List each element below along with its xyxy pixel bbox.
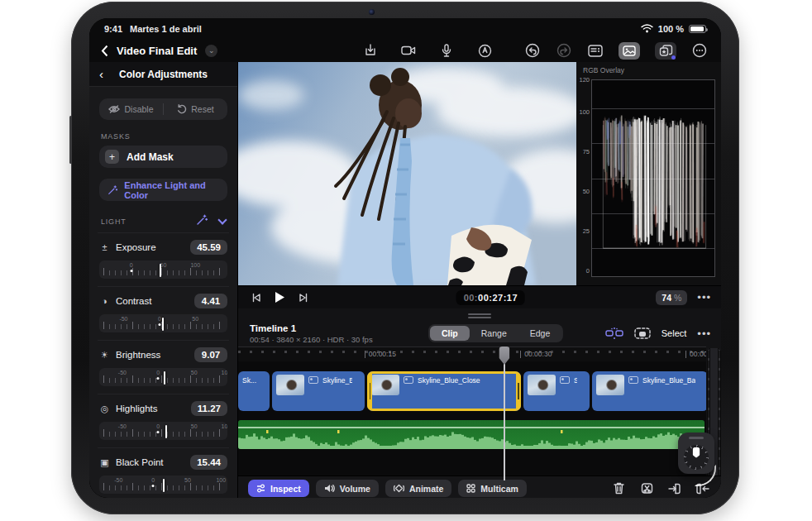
audio-track[interactable]: [238, 420, 705, 449]
inspect-icon: [256, 484, 265, 493]
wifi-icon: [641, 24, 653, 33]
value-marker[interactable]: [165, 425, 167, 438]
jog-wheel[interactable]: [678, 433, 714, 474]
slider-ruler[interactable]: -50050: [99, 314, 227, 332]
scope-title: RGB Overlay: [583, 66, 624, 74]
media-icon[interactable]: [619, 42, 640, 60]
pencil-icon[interactable]: [476, 42, 493, 59]
volume-button-tool[interactable]: Volume: [316, 480, 379, 497]
timeline-clip[interactable]: Skyline_Blue_Backgroun: [592, 371, 706, 411]
undo-icon[interactable]: [524, 42, 541, 59]
slider-ruler[interactable]: -50050100: [99, 422, 227, 440]
trim-handle-right[interactable]: [518, 383, 519, 399]
ruler-tick-label: -50: [118, 370, 127, 375]
light-sliders: ± Exposure 45.59 050100: [98, 232, 229, 498]
collapse-chevron-icon[interactable]: [217, 215, 227, 224]
timeline-clip[interactable]: Skyline_Blue_Close: [367, 371, 521, 411]
enhance-light-color-button[interactable]: Enhance Light and Color: [99, 179, 227, 201]
browser-icon[interactable]: [587, 42, 604, 59]
clip-name: Skyline_Blue_Wide: [322, 376, 352, 385]
trash-icon[interactable]: [610, 480, 627, 497]
viewer-more-icon[interactable]: •••: [697, 291, 711, 304]
jog-handle-bar[interactable]: [689, 437, 704, 439]
clip-name: Sk...: [242, 376, 256, 385]
more-icon[interactable]: [691, 42, 708, 59]
ruler-tick-label: 100: [190, 262, 200, 268]
tools-icon[interactable]: [634, 327, 651, 340]
panel-back-icon[interactable]: ‹: [99, 67, 116, 81]
play-icon[interactable]: [275, 291, 285, 304]
slider-value-field[interactable]: 45.59: [190, 240, 227, 255]
page: 9:41 Martes 1 de abril 100 %: [0, 0, 812, 521]
insert-icon[interactable]: [666, 480, 683, 497]
add-mask-button[interactable]: + Add Mask: [99, 146, 227, 168]
light-wand-icon[interactable]: [196, 214, 208, 229]
ruler-tick-label: 50: [184, 477, 191, 483]
blade-icon[interactable]: [638, 480, 655, 497]
status-bar: 9:41 Martes 1 de abril 100 %: [89, 18, 721, 39]
zoom-level[interactable]: 74%: [656, 290, 687, 305]
microphone-icon[interactable]: [438, 42, 455, 59]
volume-button: [69, 116, 72, 164]
scope-plot: [591, 79, 715, 277]
skip-forward-icon[interactable]: [299, 293, 308, 303]
slider-ruler[interactable]: -50050100: [99, 476, 227, 494]
animate-button[interactable]: Animate: [385, 480, 451, 497]
video-preview[interactable]: [238, 62, 576, 285]
masks-section-label: MASKS: [101, 132, 226, 141]
timeline-clip[interactable]: Skyline_Blue_Wide: [272, 371, 365, 411]
panel-drag-handle[interactable]: [468, 313, 491, 315]
camera-icon[interactable]: [400, 42, 417, 59]
snapping-icon[interactable]: [605, 327, 623, 340]
clip-thumbnail: [371, 375, 399, 395]
ruler-tick-label: 0: [158, 316, 161, 322]
slider-ruler[interactable]: -50050100: [99, 368, 227, 386]
value-marker[interactable]: [162, 318, 164, 331]
reset-button[interactable]: Reset: [164, 104, 227, 114]
import-icon[interactable]: [362, 42, 379, 59]
back-icon[interactable]: [101, 45, 108, 57]
value-marker[interactable]: [160, 264, 161, 277]
slider-block: ± Exposure 45.59 050100: [98, 232, 229, 286]
redo-icon[interactable]: [556, 42, 572, 59]
clip-name: Skyline_Blue_Backgroun: [642, 376, 695, 385]
slider-value-field[interactable]: 15.44: [190, 455, 227, 470]
clip-thumbnail: [528, 375, 556, 395]
slider-value-field[interactable]: 4.41: [194, 294, 227, 308]
project-title[interactable]: Video Final Edit: [117, 45, 197, 57]
trim-handle-left[interactable]: [370, 383, 371, 399]
rgb-overlay-scope: RGB Overlay 1201007550250-20: [576, 62, 721, 285]
timecode-display[interactable]: 00:00:27:17: [456, 290, 525, 305]
select-tool-label[interactable]: Select: [662, 328, 687, 338]
slider-icon: ▣: [99, 457, 110, 468]
slider-value-field[interactable]: 9.07: [194, 347, 227, 362]
inspect-button[interactable]: Inspect: [248, 480, 309, 497]
mode-option[interactable]: Clip: [430, 326, 470, 341]
title-chevron-icon[interactable]: ⌄: [205, 45, 217, 57]
ruler-tick-label: 0: [156, 423, 160, 429]
eye-slash-icon: [108, 105, 120, 113]
playhead[interactable]: [504, 347, 505, 480]
slider-value-field[interactable]: 11.27: [191, 401, 227, 416]
light-section-header: LIGHT: [101, 214, 226, 229]
main-area: ‹ Color Adjustments Disable: [89, 62, 721, 498]
multicam-button[interactable]: Multicam: [458, 480, 527, 497]
timeline-clip[interactable]: S...: [523, 371, 590, 411]
timeline-more-icon[interactable]: •••: [697, 327, 711, 340]
disable-button[interactable]: Disable: [99, 104, 163, 114]
value-marker[interactable]: [164, 371, 165, 385]
timeline-ruler[interactable]: 00:00:1500:00:3000:00:45: [238, 347, 706, 361]
audio-waveform-canvas: [238, 427, 705, 449]
slider-ruler[interactable]: 050100: [99, 260, 227, 279]
mode-option[interactable]: Edge: [518, 326, 562, 341]
slider-name: Exposure: [116, 242, 184, 252]
mode-option[interactable]: Range: [470, 326, 518, 341]
timeline-header: Timeline 1 00:54 · 3840 × 2160 · HDR · 3…: [238, 320, 721, 347]
effects-icon[interactable]: [655, 42, 676, 60]
value-marker[interactable]: [163, 479, 165, 492]
video-track: Sk... Skyline_Blue_Wide: [238, 371, 706, 411]
timeline-clip[interactable]: Sk...: [238, 371, 270, 411]
zero-marker: [130, 270, 132, 272]
scope-ytick-label: 120: [579, 76, 590, 84]
skip-back-icon[interactable]: [251, 293, 261, 303]
